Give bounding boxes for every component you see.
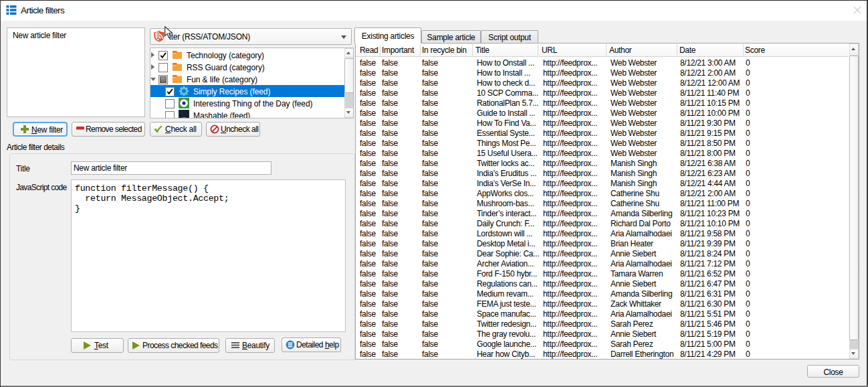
svg-text:m: m xyxy=(183,116,186,119)
